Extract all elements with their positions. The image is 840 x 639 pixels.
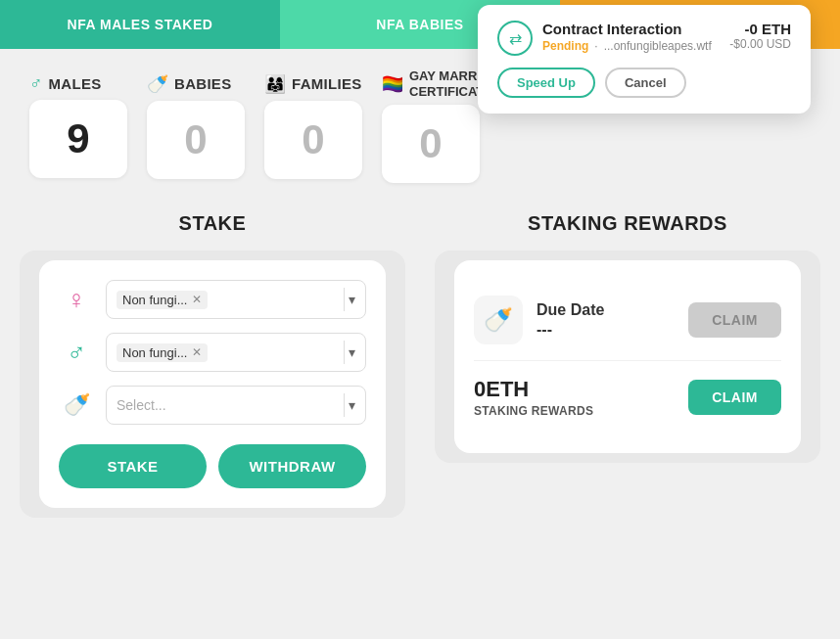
staking-rewards-label: STAKING REWARDS [474,404,593,418]
stake-card-wrapper: ♀ Non fungi... ✕ ▾ ♂ [20,251,405,518]
tx-title: Contract Interaction [542,21,712,37]
baby-select[interactable]: Select... ▾ [106,386,366,425]
withdraw-button[interactable]: WITHDRAW [218,444,366,488]
female-chevron-down-icon[interactable]: ▾ [349,292,355,307]
transaction-popup: ⇄ Contract Interaction Pending · ...onfu… [478,5,811,114]
tx-actions: Speed Up Cancel [497,68,791,98]
due-date-value: --- [537,321,604,339]
tab-males[interactable]: NFA MALES STAKED [0,0,280,49]
rewards-card-wrapper: 🍼 Due Date --- CLAIM 0ETH STAKI [435,251,820,463]
claim-button-2[interactable]: CLAIM [688,380,781,415]
swap-icon: ⇄ [509,29,522,48]
stat-header-families: 👨‍👩‍👧 FAMILIES [264,73,362,95]
stat-label-males: MALES [49,75,102,92]
reward-row-eth: 0ETH STAKING REWARDS CLAIM [474,361,781,434]
claim-button-1[interactable]: CLAIM [688,302,781,338]
eth-value: 0ETH [474,377,593,402]
baby-select-divider [344,393,345,417]
rewards-section: STAKING REWARDS 🍼 Due Date --- CLAIM [425,212,820,518]
stat-group-males: ♂ MALES 9 [29,73,127,178]
stake-title: STAKE [20,212,405,235]
speed-up-button[interactable]: Speed Up [497,68,595,98]
tx-usd-amount: -$0.00 USD [729,37,791,51]
male-icon: ♂ [29,73,43,94]
baby-select-inner: Select... [117,397,340,413]
reward-baby-icon-wrap: 🍼 [474,296,523,344]
male-select-divider [344,341,345,364]
reward-eth-info: 0ETH STAKING REWARDS [474,377,593,418]
tx-amounts: -0 ETH -$0.00 USD [729,21,791,51]
stake-row-baby: 🍼 Select... ▾ [59,386,366,425]
stat-header-babies: 🍼 BABIES [147,73,245,95]
female-tag-text: Non fungi... [122,293,188,307]
male-select-inner: Non fungi... ✕ [117,343,340,362]
reward-left-due-date: 🍼 Due Date --- [474,296,604,344]
stake-row-male: ♂ Non fungi... ✕ ▾ [59,333,366,372]
male-stake-icon: ♂ [59,335,94,370]
due-date-label: Due Date [537,301,604,319]
rainbow-icon: 🏳️‍🌈 [382,73,403,95]
stake-buttons: STAKE WITHDRAW [59,444,366,488]
stake-row-female: ♀ Non fungi... ✕ ▾ [59,280,366,319]
tx-header: ⇄ Contract Interaction Pending · ...onfu… [497,21,791,56]
female-select-inner: Non fungi... ✕ [117,291,340,309]
tx-eth-amount: -0 ETH [729,21,791,37]
tx-title-area: Contract Interaction Pending · ...onfung… [542,21,712,53]
stake-button[interactable]: STAKE [59,444,207,488]
female-select-tag: Non fungi... ✕ [117,291,208,309]
female-tag-remove[interactable]: ✕ [192,293,202,306]
main-content: STAKE ♀ Non fungi... ✕ ▾ [0,203,840,537]
reward-due-date-info: Due Date --- [537,301,604,339]
male-select[interactable]: Non fungi... ✕ ▾ [106,333,366,372]
male-tag-remove[interactable]: ✕ [192,345,202,359]
male-select-tag: Non fungi... ✕ [117,343,208,362]
male-chevron-down-icon[interactable]: ▾ [349,344,355,360]
tab-babies-label: NFA BABIES [376,17,463,32]
female-stake-icon: ♀ [59,282,94,317]
male-tag-text: Non fungi... [122,345,188,360]
tab-males-label: NFA MALES STAKED [68,17,213,32]
stat-group-families: 👨‍👩‍👧 FAMILIES 0 [264,73,362,179]
stat-group-babies: 🍼 BABIES 0 [147,73,245,179]
stake-card: ♀ Non fungi... ✕ ▾ ♂ [39,260,386,508]
stat-header-males: ♂ MALES [29,73,127,94]
rewards-title: STAKING REWARDS [435,212,820,235]
reward-left-eth: 0ETH STAKING REWARDS [474,377,593,418]
reward-baby-icon: 🍼 [484,306,513,334]
stat-label-babies: BABIES [174,75,231,92]
baby-stake-icon: 🍼 [59,388,94,423]
tx-dot: · [594,39,597,53]
tx-subtitle: Pending · ...onfungibleapes.wtf [542,39,712,53]
female-select[interactable]: Non fungi... ✕ ▾ [106,280,366,319]
stat-box-babies: 0 [147,101,245,179]
stat-box-families: 0 [264,101,362,179]
tx-address: ...onfungibleapes.wtf [604,39,712,53]
baby-icon: 🍼 [147,73,168,95]
baby-placeholder: Select... [117,397,166,413]
baby-chevron-down-icon[interactable]: ▾ [349,397,355,413]
stat-box-gay-marriage: 0 [382,105,480,183]
tx-swap-icon: ⇄ [497,21,533,56]
female-select-divider [344,288,345,311]
reward-row-due-date: 🍼 Due Date --- CLAIM [474,280,781,361]
family-icon: 👨‍👩‍👧 [264,73,286,95]
stake-section: STAKE ♀ Non fungi... ✕ ▾ [20,212,425,518]
tx-pending-label: Pending [542,39,588,53]
cancel-tx-button[interactable]: Cancel [605,68,686,98]
stat-label-families: FAMILIES [292,75,362,92]
rewards-card: 🍼 Due Date --- CLAIM 0ETH STAKI [454,260,801,453]
stat-box-males: 9 [29,100,127,178]
